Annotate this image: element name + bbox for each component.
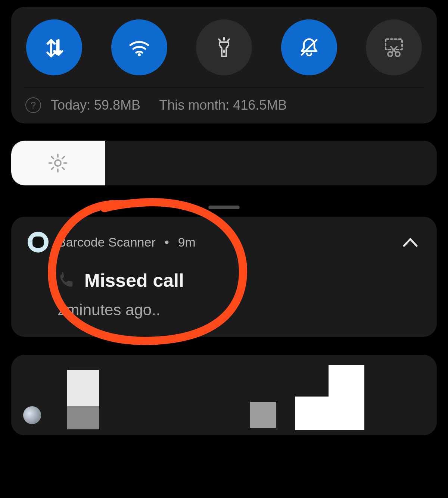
svg-line-20 bbox=[62, 157, 64, 159]
notification-title: Missed call bbox=[84, 270, 184, 291]
app-icon bbox=[28, 232, 49, 253]
svg-line-21 bbox=[52, 167, 53, 169]
scissors-crop-icon bbox=[382, 35, 406, 59]
brightness-slider[interactable] bbox=[11, 141, 437, 185]
svg-line-5 bbox=[219, 39, 220, 41]
screenshot-toggle[interactable] bbox=[366, 19, 422, 75]
redaction-block bbox=[67, 370, 99, 406]
help-icon[interactable]: ? bbox=[25, 97, 41, 113]
notification-age: 9m bbox=[178, 235, 196, 250]
phone-icon bbox=[57, 272, 75, 289]
svg-line-6 bbox=[228, 39, 229, 41]
brightness-fill bbox=[11, 141, 105, 185]
app-icon bbox=[23, 406, 41, 424]
notification-card[interactable]: Barcode Scanner • 9m Missed call 2minute… bbox=[11, 217, 437, 337]
quick-settings-row bbox=[24, 19, 424, 89]
wifi-toggle[interactable] bbox=[111, 19, 167, 75]
wifi-icon bbox=[127, 35, 151, 59]
mobile-data-icon bbox=[42, 35, 66, 59]
data-usage-today: Today: 59.8MB bbox=[51, 97, 140, 113]
svg-point-13 bbox=[55, 160, 61, 166]
bell-off-icon bbox=[297, 35, 321, 59]
quick-settings-panel: ? Today: 59.8MB This month: 416.5MB bbox=[11, 7, 437, 123]
notification-header: Barcode Scanner • 9m bbox=[28, 232, 420, 253]
redaction-block bbox=[295, 397, 329, 430]
redaction-block bbox=[250, 402, 276, 428]
notification-app-name: Barcode Scanner bbox=[57, 235, 156, 250]
dnd-toggle[interactable] bbox=[281, 19, 337, 75]
collapse-chevron-icon[interactable] bbox=[402, 235, 419, 252]
notification-separator: • bbox=[165, 235, 169, 250]
flashlight-toggle[interactable] bbox=[196, 19, 252, 75]
redaction-block bbox=[329, 365, 364, 430]
svg-point-2 bbox=[138, 53, 141, 56]
svg-rect-8 bbox=[386, 39, 402, 50]
flashlight-icon bbox=[212, 35, 236, 59]
data-usage-month: This month: 416.5MB bbox=[159, 97, 287, 113]
notification-title-row: Missed call bbox=[57, 270, 420, 291]
notification-subtitle: 2minutes ago.. bbox=[57, 301, 420, 319]
mobile-data-toggle[interactable] bbox=[26, 19, 82, 75]
redaction-block bbox=[67, 406, 99, 429]
notification-card-redacted[interactable] bbox=[11, 355, 437, 435]
svg-line-19 bbox=[62, 167, 64, 169]
shade-drag-handle[interactable] bbox=[208, 206, 240, 209]
brightness-icon bbox=[47, 152, 69, 174]
help-glyph: ? bbox=[31, 100, 36, 111]
svg-line-18 bbox=[52, 157, 53, 159]
data-usage-row[interactable]: ? Today: 59.8MB This month: 416.5MB bbox=[24, 89, 424, 116]
